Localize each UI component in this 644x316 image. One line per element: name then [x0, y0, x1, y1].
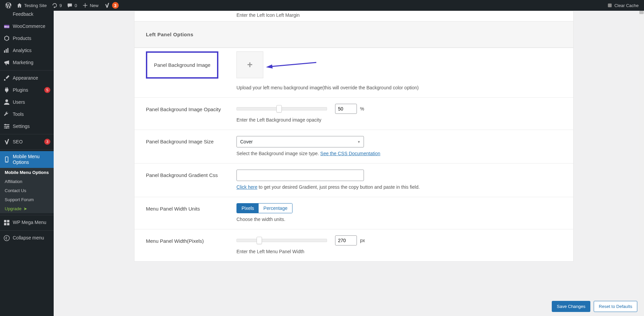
sidebar-item-users[interactable]: Users [0, 96, 54, 108]
submenu-item-support-forum[interactable]: Support Forum [0, 195, 54, 204]
size-label: Panel Background Image Size [146, 136, 236, 157]
plus-icon: + [247, 59, 253, 70]
sidebar-item-label: SEO [13, 139, 40, 145]
sliders-icon [3, 123, 10, 130]
sidebar-item-products[interactable]: Products [0, 32, 54, 44]
svg-rect-5 [7, 48, 8, 53]
cache-icon [607, 3, 612, 8]
svg-marker-21 [266, 64, 273, 69]
arrow-right-icon: ➤ [23, 206, 27, 211]
opacity-label: Panel Background Image Opacity [146, 104, 236, 124]
gradient-link[interactable]: Click here [236, 184, 257, 190]
gradient-input[interactable] [236, 170, 364, 181]
comment-icon [67, 3, 72, 8]
scrollbar[interactable] [639, 11, 644, 288]
svg-point-6 [5, 99, 8, 102]
submenu-item-mobile-menu-options[interactable]: Mobile Menu Options [0, 168, 54, 177]
sidebar-item-marketing[interactable]: Marketing [0, 56, 54, 69]
sidebar-item-settings[interactable]: Settings [0, 120, 54, 132]
update-icon [52, 3, 57, 8]
width-input[interactable] [335, 235, 357, 245]
sidebar-item-label: Users [13, 99, 50, 105]
width-px-label: Menu Panel Width(Pixels) [146, 235, 236, 255]
plus-icon [83, 3, 88, 8]
svg-text:Woo: Woo [4, 26, 9, 28]
width-units-help: Choose the width units. [236, 216, 563, 223]
sidebar-item-wp-mega-menu[interactable]: WP Mega Menu [0, 217, 54, 229]
sidebar-item-label: Products [13, 36, 50, 41]
opacity-slider[interactable] [236, 107, 327, 110]
yoast-count: 3 [112, 2, 119, 9]
updates-link[interactable]: 9 [49, 0, 64, 11]
brush-icon [3, 75, 10, 81]
site-name-link[interactable]: Testing Site [14, 0, 49, 11]
slider-thumb[interactable] [257, 237, 262, 244]
admin-bar-left: Testing Site 9 0 New 3 [3, 0, 121, 11]
sidebar-item-label: Analytics [13, 48, 50, 53]
sidebar-item-mobile-menu-options[interactable]: Mobile Menu Options [0, 151, 54, 168]
opacity-input[interactable] [335, 104, 357, 114]
clear-cache-label: Clear Cache [614, 3, 639, 8]
feedback-peek[interactable]: Feedback [0, 11, 54, 20]
yoast-link[interactable]: 3 [101, 0, 121, 11]
mobile-icon [3, 156, 10, 163]
gradient-help: Click here to get your desired Gradient,… [236, 184, 563, 191]
sidebar-item-tools[interactable]: Tools [0, 108, 54, 120]
sidebar-item-label: Plugins [13, 87, 40, 93]
collapse-menu-button[interactable]: Collapse menu [0, 232, 54, 244]
svg-line-20 [271, 62, 316, 66]
field-opacity: Panel Background Image Opacity % Enter t… [135, 97, 573, 130]
svg-point-14 [6, 161, 7, 162]
opacity-help: Enter the Left Background image opacity [236, 117, 563, 124]
sidebar-item-plugins[interactable]: Plugins 5 [0, 84, 54, 96]
admin-sidebar: Feedback Woo WooCommerce Products Analyt… [0, 11, 54, 288]
svg-point-10 [5, 124, 6, 125]
submenu-item-upgrade[interactable]: Upgrade ➤ [0, 204, 54, 213]
clear-cache-button[interactable]: Clear Cache [604, 0, 641, 11]
width-px-help: Enter the Left Menu Panel Width [236, 248, 563, 255]
svg-point-19 [4, 235, 9, 241]
upload-image-button[interactable]: + [236, 51, 263, 78]
sidebar-item-label: WP Mega Menu [13, 220, 50, 225]
new-link[interactable]: New [80, 0, 101, 11]
submenu: Mobile Menu OptionsAffiliationContact Us… [0, 168, 54, 213]
wp-logo[interactable] [3, 0, 14, 11]
field-bg-image: Panel Background Image + Upload your lef… [135, 48, 573, 97]
user-icon [3, 99, 10, 105]
field-width-px: Menu Panel Width(Pixels) px Enter the Le… [135, 229, 573, 261]
sidebar-item-analytics[interactable]: Analytics [0, 44, 54, 56]
width-units-label: Menu Panel Width Units [146, 203, 236, 223]
units-percentage-button[interactable]: Percentage [259, 204, 292, 213]
units-pixels-button[interactable]: Pixels [237, 204, 259, 213]
sidebar-item-appearance[interactable]: Appearance [0, 72, 54, 84]
chevron-down-icon: ▼ [357, 140, 361, 144]
admin-bar-right: Clear Cache [604, 0, 641, 11]
arrow-annotation [266, 60, 316, 70]
submenu-item-contact-us[interactable]: Contact Us [0, 186, 54, 195]
width-unit: px [360, 238, 365, 243]
sidebar-item-label: WooCommerce [13, 24, 50, 29]
svg-point-12 [6, 127, 7, 129]
slider-thumb[interactable] [276, 105, 282, 112]
sidebar-item-label: Marketing [13, 60, 50, 65]
admin-bar: Testing Site 9 0 New 3 Clear Cache [0, 0, 644, 11]
sidebar-item-woocommerce[interactable]: Woo WooCommerce [0, 20, 54, 32]
size-select[interactable]: Cover ▼ [236, 136, 364, 147]
highlight-annotation: Panel Background Image [146, 51, 218, 79]
field-width-units: Menu Panel Width Units Pixels Percentage… [135, 197, 573, 229]
comments-link[interactable]: 0 [64, 0, 79, 11]
width-slider[interactable] [236, 239, 327, 242]
css-doc-link[interactable]: See the CSS Documentation [320, 151, 380, 156]
sidebar-item-seo[interactable]: SEO 3 [0, 136, 54, 148]
settings-panel: Enter the Left Icon Left Margin Left Pan… [134, 11, 574, 262]
collapse-label: Collapse menu [13, 235, 50, 241]
gradient-label: Panel Background Gradient Css [146, 170, 236, 191]
collapse-icon [3, 235, 10, 241]
bg-image-help: Upload your left menu background image(t… [236, 84, 563, 91]
yoast-icon [3, 138, 10, 145]
box-icon [3, 35, 10, 42]
scroll-thumb[interactable] [639, 11, 644, 14]
prev-field-help: Enter the Left Icon Left Margin [135, 11, 573, 21]
submenu-item-affiliation[interactable]: Affiliation [0, 177, 54, 186]
svg-rect-17 [4, 223, 6, 225]
